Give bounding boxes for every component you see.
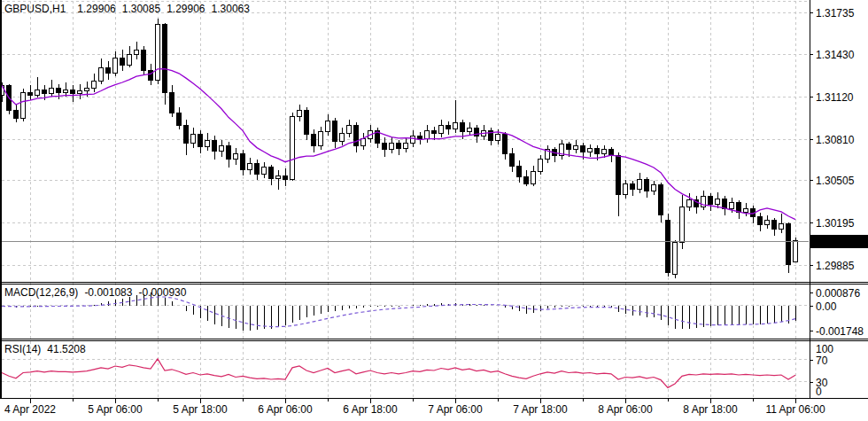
candle <box>28 92 33 95</box>
rsi-label: RSI(14) <box>4 343 41 355</box>
candle <box>397 143 401 148</box>
candle <box>220 145 224 151</box>
candle <box>631 183 635 189</box>
candle <box>78 91 82 94</box>
candle <box>765 221 770 225</box>
candle <box>609 150 614 155</box>
candle <box>305 110 309 135</box>
candle <box>21 92 26 118</box>
time-axis-label: 6 Apr 18:00 <box>343 403 398 416</box>
candle <box>673 243 678 274</box>
candle <box>779 223 784 229</box>
time-axis-label: 8 Apr 18:00 <box>683 403 738 416</box>
time-axis-label: 5 Apr 18:00 <box>173 403 228 416</box>
candle <box>496 135 500 140</box>
macd-signal-line <box>2 297 795 327</box>
candle <box>170 92 174 113</box>
candle <box>503 135 508 154</box>
candle <box>624 183 628 194</box>
candle <box>50 89 54 94</box>
candle <box>326 121 330 132</box>
candle <box>383 143 387 150</box>
candle <box>510 153 515 166</box>
candle <box>128 54 132 65</box>
candle <box>163 24 167 92</box>
macd-main-value: -0.001083 <box>84 286 132 299</box>
candle <box>35 90 40 95</box>
candle <box>794 241 798 262</box>
candle <box>645 180 649 191</box>
candle <box>531 172 536 184</box>
candle <box>361 139 366 146</box>
time-axis-label: 7 Apr 06:00 <box>428 403 483 416</box>
candle <box>333 121 337 142</box>
candle <box>744 208 748 213</box>
candle <box>425 130 430 138</box>
candle <box>446 125 451 129</box>
price-axis-label: 1.31735 <box>816 7 855 19</box>
candle <box>14 110 19 118</box>
candle <box>283 175 288 180</box>
candle <box>517 166 522 176</box>
candle <box>730 203 734 208</box>
current-price-tag-value: 1.30063 <box>816 236 855 248</box>
candle <box>468 128 472 132</box>
candle <box>461 122 465 132</box>
rsi-axis-label: 100 <box>816 343 833 355</box>
candle <box>567 144 571 150</box>
candle <box>43 90 47 94</box>
candle <box>156 24 160 80</box>
candle <box>616 155 621 195</box>
rsi-value: 41.5208 <box>47 343 85 355</box>
price-axis-label: 1.30505 <box>816 175 855 187</box>
rsi-header: RSI(14)41.5208 <box>4 344 86 355</box>
candle <box>680 207 685 243</box>
candle <box>432 130 437 133</box>
candle <box>248 163 252 170</box>
price-axis-label: 1.31120 <box>816 91 854 104</box>
candle <box>390 143 394 150</box>
candle <box>177 113 182 125</box>
ohlc-low-value: 1.29906 <box>167 3 205 15</box>
price-axis-label: 1.29885 <box>816 260 855 272</box>
candle <box>787 223 791 264</box>
price-axis-label: 1.31430 <box>816 49 855 61</box>
candle <box>255 163 260 174</box>
candle <box>64 90 68 92</box>
candle <box>772 221 777 229</box>
chart-window: 1.317351.314301.311201.308101.305051.301… <box>0 0 868 421</box>
candle <box>149 71 153 81</box>
rsi-axis-label: 70 <box>816 355 828 367</box>
candle <box>241 153 245 170</box>
candle <box>709 196 713 204</box>
candle <box>574 145 578 150</box>
candle <box>213 140 217 151</box>
chart-canvas[interactable]: 1.317351.314301.311201.308101.305051.301… <box>0 0 868 421</box>
candle <box>354 125 359 145</box>
time-axis-label: 8 Apr 06:00 <box>598 403 653 416</box>
candle <box>312 135 316 145</box>
candle <box>588 148 593 152</box>
candle <box>666 221 670 273</box>
candle <box>439 125 444 133</box>
candle <box>92 82 97 89</box>
ohlc-high-value: 1.30085 <box>122 3 160 15</box>
candle <box>276 175 281 178</box>
candle <box>418 136 422 138</box>
candle <box>659 185 663 215</box>
candle <box>227 145 231 159</box>
rsi-line <box>2 359 795 388</box>
candle <box>638 180 642 190</box>
candle <box>262 168 267 175</box>
candle <box>581 145 585 152</box>
symbol-ohlc-header: GBPUSD,H11.299061.300851.299061.30063 <box>4 4 250 15</box>
macd-signal-value: -0.000930 <box>138 286 186 299</box>
candle <box>716 199 720 204</box>
candle <box>198 135 203 147</box>
candle <box>687 200 692 207</box>
time-axis-label: 5 Apr 06:00 <box>88 403 143 416</box>
candle <box>602 150 607 154</box>
macd-axis-label: 0.000876 <box>816 287 860 300</box>
symbol-timeframe-label: GBPUSD,H1 <box>4 3 66 15</box>
candle <box>99 67 104 81</box>
